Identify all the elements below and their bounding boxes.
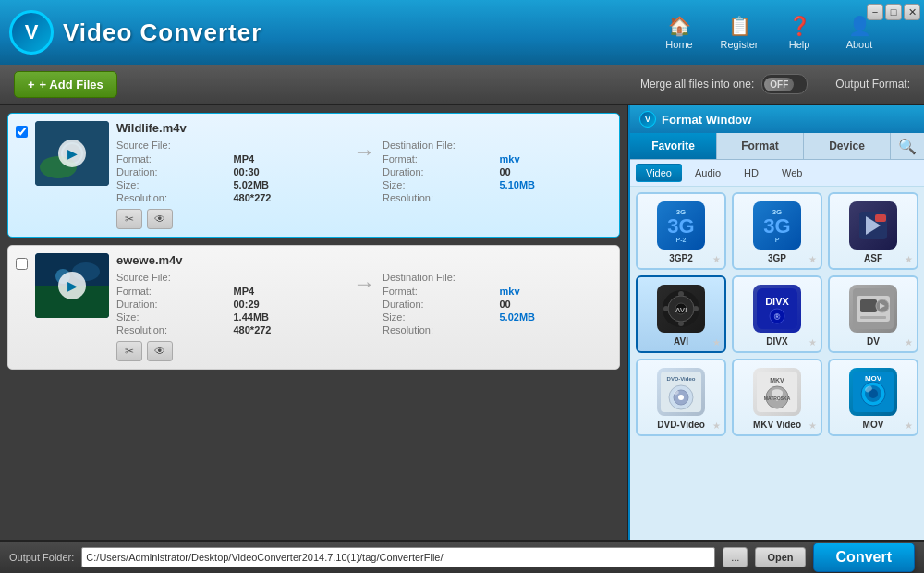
convert-button[interactable]: Convert: [813, 543, 915, 572]
add-files-button[interactable]: + + Add Files: [14, 71, 117, 98]
register-icon: 📋: [728, 15, 751, 37]
cut-button-2[interactable]: ✂: [116, 341, 142, 361]
format-item-divx[interactable]: DIVX ® DIVX ★: [732, 275, 822, 353]
filter-web[interactable]: Web: [772, 164, 812, 182]
dest-format-value-1: mkv: [500, 153, 613, 165]
restore-button[interactable]: □: [885, 4, 902, 20]
size-value-1: 5.02MB: [234, 179, 346, 190]
dest-duration-value-2: 00: [500, 299, 613, 310]
format-window-title: Format Window: [662, 113, 751, 127]
duration-label: Duration:: [116, 166, 229, 177]
output-folder-input[interactable]: [81, 547, 715, 567]
dest-format-label: Format:: [383, 153, 495, 165]
format-icon-divx: DIVX ®: [753, 285, 801, 333]
res-value-2: 480*272: [234, 324, 346, 335]
tab-favorite[interactable]: Favorite: [630, 133, 717, 159]
dest-format-value-2: mkv: [500, 286, 613, 297]
titlebar: V Video Converter 🏠 Home 📋 Register ❓ He…: [0, 0, 924, 65]
format-icon-mov: MOV: [849, 368, 897, 416]
format-item-asf[interactable]: ASF ★: [828, 192, 918, 270]
nav-help[interactable]: ❓ Help: [772, 5, 827, 60]
file-checkbox-2[interactable]: [16, 258, 28, 270]
svg-text:DIVX: DIVX: [765, 296, 789, 307]
format-item-dv[interactable]: DV ★: [828, 275, 918, 353]
dest-size-label: Size:: [383, 179, 495, 190]
preview-button-2[interactable]: 👁: [147, 341, 173, 361]
format-label-3gp: 3GP: [768, 253, 786, 263]
open-button[interactable]: Open: [755, 547, 805, 567]
format-icon-avi: AVI: [657, 285, 705, 333]
filter-audio[interactable]: Audio: [685, 164, 731, 182]
file-checkbox-1[interactable]: [16, 126, 28, 138]
star-dv: ★: [905, 337, 913, 347]
filter-video[interactable]: Video: [636, 164, 682, 182]
bottom-bar: Output Folder: ... Open Convert: [0, 540, 924, 573]
star-dvd: ★: [712, 421, 721, 431]
dest-label-2: Destination File:: [383, 272, 495, 283]
merge-label: Merge all files into one:: [640, 78, 754, 91]
preview-button-1[interactable]: 👁: [147, 209, 173, 229]
file-name-1: Wildlife.m4v: [116, 121, 612, 135]
merge-toggle-state: OFF: [764, 78, 794, 91]
play-button-2[interactable]: ▶: [58, 272, 86, 299]
toolbar: + + Add Files Merge all files into one: …: [0, 65, 924, 105]
format-item-mov[interactable]: MOV MOV ★: [828, 359, 918, 436]
res-value-1: 480*272: [234, 192, 346, 203]
nav-register[interactable]: 📋 Register: [711, 5, 767, 60]
tab-search[interactable]: 🔍: [891, 133, 924, 159]
format-icon-3gp2: 3G 3G P-2: [657, 201, 705, 250]
tab-device[interactable]: Device: [804, 133, 891, 159]
merge-toggle-button[interactable]: OFF: [761, 74, 808, 94]
dest-label: Destination File:: [383, 140, 495, 151]
window-controls: − □ ✕: [863, 0, 924, 24]
format-titlebar-icon: V: [639, 111, 656, 128]
format-filter-tabs: Video Audio HD Web: [630, 160, 924, 187]
filter-hd[interactable]: HD: [734, 164, 769, 182]
format-icon-dvd: DVD-Video: [657, 368, 705, 416]
close-button[interactable]: ✕: [904, 4, 920, 20]
format-label-divx: DIVX: [766, 336, 787, 347]
format-row-1: 3G 3G P-2 3GP2 ★ 3G 3G P: [636, 192, 918, 270]
star-divx: ★: [808, 337, 817, 347]
format-value-2: MP4: [234, 286, 346, 297]
tab-format[interactable]: Format: [717, 133, 804, 159]
format-item-dvd[interactable]: DVD-Video DVD-Video ★: [636, 359, 726, 436]
format-label-mov: MOV: [863, 420, 884, 430]
star-avi: ★: [712, 337, 721, 347]
format-label-mkv: MKV Video: [753, 420, 801, 430]
svg-rect-28: [860, 316, 886, 319]
format-item-3gp2[interactable]: 3G 3G P-2 3GP2 ★: [636, 192, 726, 270]
svg-point-16: [663, 306, 669, 311]
duration-value-2: 00:29: [234, 299, 346, 310]
source-label-2: Source File:: [116, 272, 229, 283]
merge-toggle-area: Merge all files into one: OFF: [640, 74, 808, 94]
svg-text:MKV: MKV: [770, 377, 784, 384]
svg-text:MOV: MOV: [865, 374, 882, 383]
svg-text:MATROSKA: MATROSKA: [764, 396, 791, 401]
star-3gp: ★: [808, 254, 817, 264]
format-window: V Format Window Favorite Format Device 🔍…: [628, 105, 924, 540]
cut-button-1[interactable]: ✂: [116, 209, 142, 229]
play-button-1[interactable]: ▶: [58, 140, 86, 167]
format-item-avi[interactable]: AVI AVI ★: [636, 275, 726, 353]
source-label: Source File:: [116, 140, 229, 151]
main-content: ▶ Wildlife.m4v Source File: → Destinatio…: [0, 105, 924, 540]
size-value-2: 1.44MB: [234, 311, 346, 323]
star-mkv: ★: [808, 421, 817, 431]
browse-button[interactable]: ...: [723, 547, 748, 567]
svg-point-33: [678, 395, 684, 400]
svg-rect-10: [875, 214, 886, 222]
arrow-separator: →: [350, 139, 378, 165]
file-details-2: Source File: → Destination File: Format:…: [116, 271, 612, 335]
format-icon-asf: [849, 201, 897, 250]
nav-home[interactable]: 🏠 Home: [651, 5, 707, 60]
format-item-mkv[interactable]: MKV MATROSKA MKV Video ★: [732, 359, 822, 436]
format-item-3gp[interactable]: 3G 3G P 3GP ★: [732, 192, 822, 270]
output-folder-label: Output Folder:: [9, 552, 74, 563]
format-icon-3gp: 3G 3G P: [753, 201, 801, 250]
format-label: Format:: [116, 153, 229, 165]
duration-value-1: 00:30: [234, 166, 346, 177]
nav-buttons: 🏠 Home 📋 Register ❓ Help 👤 About: [651, 0, 887, 65]
minimize-button[interactable]: −: [867, 4, 883, 20]
app-logo: V: [9, 10, 54, 55]
